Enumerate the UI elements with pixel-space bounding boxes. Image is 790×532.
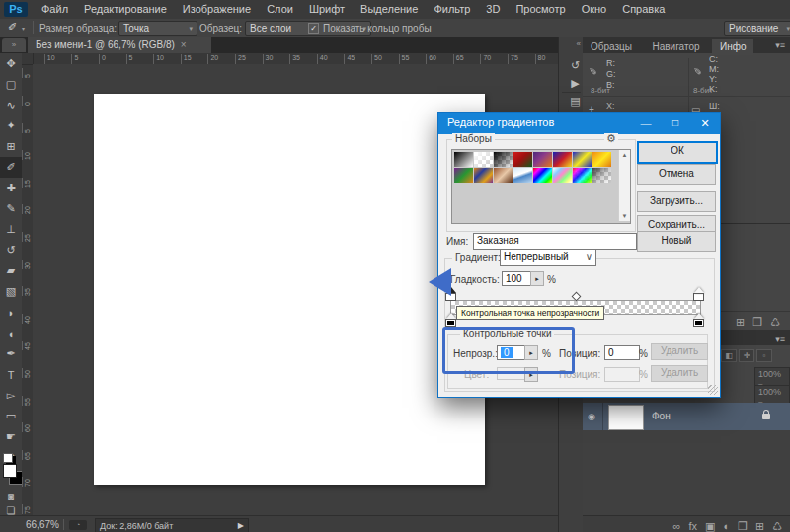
eraser-tool[interactable]: ▰ <box>0 261 22 281</box>
menu-item[interactable]: Редактирование <box>76 0 175 19</box>
layer-group-icon[interactable]: ❒ <box>734 518 751 532</box>
delete-layer-icon[interactable]: ♺ <box>768 518 786 532</box>
layer-name[interactable]: Фон <box>652 411 671 421</box>
default-colors-icon[interactable] <box>3 453 13 463</box>
hand-tool[interactable]: ☛ <box>0 426 22 447</box>
menu-item[interactable]: 3D <box>478 0 508 19</box>
color-stop-right[interactable] <box>693 313 704 326</box>
quick-mask-button[interactable]: ◙ <box>4 492 18 503</box>
properties-panel-icon[interactable]: ▤ <box>567 93 584 109</box>
tab-info[interactable]: Инфо <box>712 39 754 55</box>
pen-tool[interactable]: ✒ <box>0 343 22 364</box>
layer-effects-icon[interactable]: fx <box>684 518 701 532</box>
preset-neutral-density[interactable] <box>592 168 611 183</box>
preset-blue-red-yellow[interactable] <box>553 152 572 167</box>
delete-color-stop-button[interactable]: Удалить <box>651 365 708 382</box>
maximize-button[interactable]: □ <box>661 113 690 134</box>
lock-transparency-icon[interactable]: ◧ <box>721 349 737 362</box>
tab-navigator[interactable]: Навигатор <box>644 39 707 55</box>
gear-icon[interactable]: ⚙ <box>604 133 618 144</box>
dialog-title-bar[interactable]: Редактор градиентов — □ ✕ <box>438 113 720 134</box>
type-tool[interactable]: T <box>0 364 22 385</box>
new-layer-icon[interactable]: ⊞ <box>751 518 768 532</box>
dock-expand-toggle[interactable]: « <box>577 39 581 48</box>
gradient-type-select[interactable]: Непрерывный ∨ <box>500 249 596 266</box>
shape-tool[interactable]: ▭ <box>0 406 22 426</box>
chevron-down-icon[interactable]: ▾ <box>22 25 25 32</box>
preset-chrome[interactable] <box>514 168 532 183</box>
layer-visibility-cell[interactable]: ◉ <box>583 403 603 430</box>
link-layers-icon[interactable]: ∞ <box>670 518 685 532</box>
adjustment-layer-icon[interactable]: ◐ <box>719 518 734 532</box>
workspace-dropdown[interactable]: Рисование▾ <box>724 21 790 36</box>
layer-thumbnail[interactable] <box>608 405 644 430</box>
dodge-tool[interactable]: ◖ <box>0 323 22 343</box>
show-sampling-ring-checkbox[interactable]: ✓ <box>308 23 319 34</box>
lasso-tool[interactable]: ∿ <box>0 95 22 115</box>
new-item-icon[interactable]: ⊞ <box>732 314 749 330</box>
menu-item[interactable]: Выделение <box>353 0 426 19</box>
actions-panel-icon[interactable]: ▶ <box>567 75 584 91</box>
zoom-level-field[interactable]: 66,67% <box>26 519 59 530</box>
eyedropper-tool-preset-icon[interactable]: ✐ <box>8 21 17 34</box>
menu-item[interactable]: Изображение <box>175 0 259 19</box>
marquee-tool[interactable]: ▢ <box>0 74 22 95</box>
stop-position2-input[interactable] <box>604 367 640 382</box>
panel-menu-icon[interactable]: ▾≡ <box>775 334 785 343</box>
new-button[interactable]: Новый <box>637 231 716 252</box>
name-input[interactable]: Заказная <box>473 233 637 250</box>
folder-icon[interactable]: ❒ <box>749 314 766 330</box>
history-panel-icon[interactable]: ↺ <box>567 57 584 73</box>
eye-icon[interactable]: ◉ <box>588 412 595 421</box>
lock-position-icon[interactable]: ✛ <box>739 349 754 362</box>
preset-blue-yellow-blue[interactable] <box>573 152 592 167</box>
document-tab[interactable]: Без имени-1 @ 66,7% (RGB/8) × <box>28 37 211 53</box>
document-canvas[interactable] <box>94 94 485 485</box>
trash-icon[interactable]: ♺ <box>766 314 784 330</box>
color-stop-left[interactable] <box>445 313 456 326</box>
preset-transparent-rainbow[interactable] <box>573 168 592 183</box>
menu-item[interactable]: Просмотр <box>508 0 573 19</box>
lock-all-icon[interactable]: ▫ <box>756 349 772 362</box>
ok-button[interactable]: ОК <box>637 141 718 164</box>
resize-grip[interactable] <box>708 385 718 395</box>
info-bits-left[interactable]: 8-бит <box>591 86 610 95</box>
document-size-status[interactable]: Док: 2,86М/0 байт ▶ <box>95 518 249 532</box>
preset-copper[interactable] <box>494 168 513 183</box>
eyedropper-tool[interactable]: ✐ <box>0 157 22 178</box>
stop-position-input[interactable]: 0 <box>604 345 640 360</box>
layer-mask-icon[interactable]: ▣ <box>701 518 719 532</box>
menu-item[interactable]: Слои <box>259 0 301 19</box>
blur-tool[interactable]: ◗ <box>0 302 22 323</box>
healing-brush-tool[interactable]: ✚ <box>0 178 22 198</box>
smoothness-slider-arrow[interactable]: ▸ <box>530 271 544 286</box>
brush-tool[interactable]: ✎ <box>0 198 22 219</box>
minimize-button[interactable]: — <box>631 113 661 134</box>
close-tab-icon[interactable]: × <box>181 39 187 50</box>
menu-item[interactable]: Окно <box>574 0 615 19</box>
history-brush-tool[interactable]: ↺ <box>0 240 22 261</box>
opacity-stop-right[interactable] <box>693 287 704 300</box>
preset-orange-yellow-orange[interactable] <box>592 152 611 167</box>
move-tool[interactable]: ✥ <box>0 53 22 74</box>
quick-selection-tool[interactable]: ✦ <box>0 115 22 136</box>
crop-tool[interactable]: ⊞ <box>0 136 22 157</box>
presets-scrollbar[interactable]: ▲ ▼ <box>618 150 630 221</box>
preset-blue-orange-multi[interactable] <box>474 168 493 183</box>
status-flyout-arrow-icon[interactable]: ▶ <box>238 521 244 530</box>
scroll-down-icon[interactable]: ▼ <box>622 213 628 219</box>
preset-violet-green-orange[interactable] <box>454 168 473 183</box>
gradient-tool[interactable]: ▧ <box>0 281 22 302</box>
menu-item[interactable]: Фильтр <box>426 0 478 19</box>
tab-swatches[interactable]: Образцы <box>583 39 640 55</box>
layers-list-empty-area[interactable] <box>583 430 790 515</box>
close-button[interactable]: ✕ <box>690 113 720 134</box>
info-bits-right[interactable]: 8-бит <box>693 86 713 95</box>
preset-spectrum[interactable] <box>533 168 552 183</box>
delete-opacity-stop-button[interactable]: Удалить <box>651 343 708 360</box>
load-button[interactable]: Загрузить... <box>637 191 716 212</box>
preset-red-green[interactable] <box>514 152 532 167</box>
cancel-button[interactable]: Отмена <box>637 164 716 185</box>
path-selection-tool[interactable]: ▻ <box>0 385 22 406</box>
scroll-up-icon[interactable]: ▲ <box>622 152 628 158</box>
